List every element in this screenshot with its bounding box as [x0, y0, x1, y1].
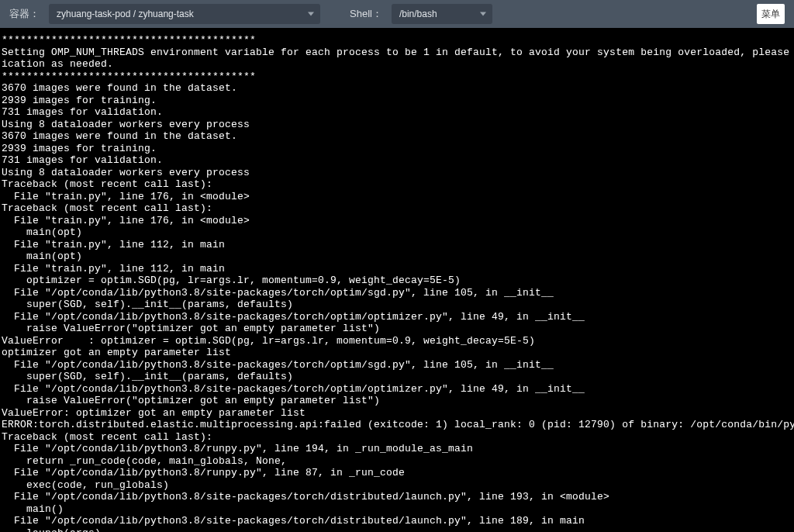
chevron-down-icon [308, 12, 314, 16]
header-bar: 容器： zyhuang-task-pod / zyhuang-task Shel… [0, 0, 794, 28]
chevron-down-icon [480, 12, 486, 16]
container-dropdown[interactable]: zyhuang-task-pod / zyhuang-task [49, 4, 320, 24]
shell-label: Shell： [350, 7, 382, 21]
container-dropdown-value: zyhuang-task-pod / zyhuang-task [57, 9, 194, 19]
shell-dropdown[interactable]: /bin/bash [392, 4, 492, 24]
container-label: 容器： [9, 7, 40, 21]
menu-button[interactable]: 菜单 [757, 4, 785, 24]
shell-dropdown-value: /bin/bash [399, 9, 437, 19]
terminal-output[interactable]: ****************************************… [0, 28, 794, 532]
menu-button-label: 菜单 [761, 8, 780, 21]
